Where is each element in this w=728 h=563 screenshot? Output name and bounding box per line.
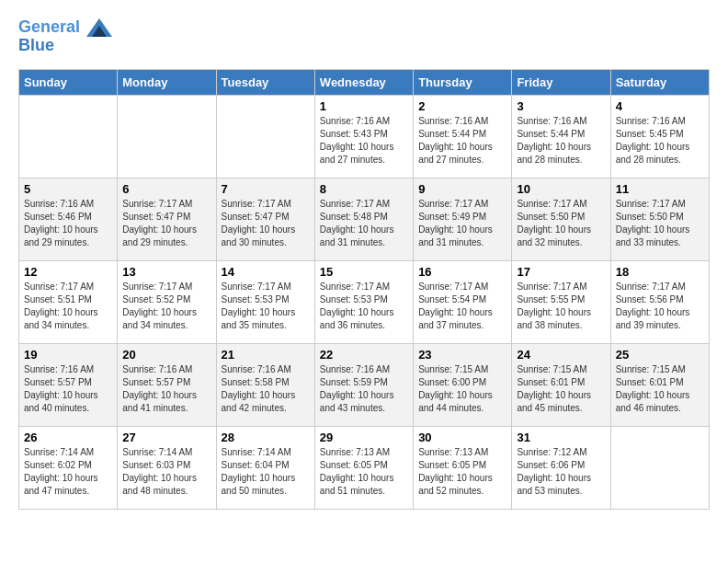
calendar-cell: 27Sunrise: 7:14 AM Sunset: 6:03 PM Dayli…	[118, 427, 216, 510]
day-header-sunday: Sunday	[19, 70, 118, 96]
day-info: Sunrise: 7:16 AM Sunset: 5:57 PM Dayligh…	[122, 363, 210, 415]
day-number: 8	[320, 182, 408, 196]
calendar-cell: 23Sunrise: 7:15 AM Sunset: 6:00 PM Dayli…	[414, 344, 512, 427]
day-info: Sunrise: 7:17 AM Sunset: 5:47 PM Dayligh…	[122, 198, 210, 249]
day-header-thursday: Thursday	[414, 70, 512, 96]
calendar-cell: 19Sunrise: 7:16 AM Sunset: 5:57 PM Dayli…	[19, 344, 118, 427]
calendar-cell: 26Sunrise: 7:14 AM Sunset: 6:02 PM Dayli…	[19, 427, 118, 510]
calendar-week-3: 12Sunrise: 7:17 AM Sunset: 5:51 PM Dayli…	[19, 261, 710, 344]
day-header-saturday: Saturday	[610, 70, 709, 96]
day-info: Sunrise: 7:15 AM Sunset: 6:01 PM Dayligh…	[616, 363, 704, 415]
day-info: Sunrise: 7:17 AM Sunset: 5:53 PM Dayligh…	[320, 281, 408, 332]
calendar-cell: 11Sunrise: 7:17 AM Sunset: 5:50 PM Dayli…	[610, 178, 709, 261]
day-number: 19	[24, 348, 112, 362]
calendar-cell	[118, 96, 216, 178]
calendar-cell: 8Sunrise: 7:17 AM Sunset: 5:48 PM Daylig…	[314, 178, 413, 261]
day-info: Sunrise: 7:17 AM Sunset: 5:47 PM Dayligh…	[222, 198, 310, 249]
day-number: 1	[320, 99, 408, 113]
day-info: Sunrise: 7:17 AM Sunset: 5:56 PM Dayligh…	[616, 281, 704, 332]
calendar-week-2: 5Sunrise: 7:16 AM Sunset: 5:46 PM Daylig…	[19, 178, 710, 261]
calendar-cell: 17Sunrise: 7:17 AM Sunset: 5:55 PM Dayli…	[512, 261, 610, 344]
logo: General Blue	[18, 18, 112, 55]
day-info: Sunrise: 7:13 AM Sunset: 6:05 PM Dayligh…	[320, 446, 408, 498]
day-info: Sunrise: 7:13 AM Sunset: 6:05 PM Dayligh…	[418, 446, 506, 498]
day-info: Sunrise: 7:16 AM Sunset: 5:59 PM Dayligh…	[320, 363, 408, 415]
calendar-cell: 3Sunrise: 7:16 AM Sunset: 5:44 PM Daylig…	[512, 96, 610, 178]
day-header-monday: Monday	[118, 70, 216, 96]
calendar-header-row: SundayMondayTuesdayWednesdayThursdayFrid…	[19, 70, 710, 96]
day-number: 10	[517, 182, 605, 196]
day-number: 17	[517, 265, 605, 279]
day-info: Sunrise: 7:16 AM Sunset: 5:45 PM Dayligh…	[616, 115, 704, 167]
calendar-cell: 13Sunrise: 7:17 AM Sunset: 5:52 PM Dayli…	[118, 261, 216, 344]
day-info: Sunrise: 7:15 AM Sunset: 6:01 PM Dayligh…	[517, 363, 605, 415]
day-number: 29	[320, 431, 408, 444]
day-header-friday: Friday	[512, 70, 610, 96]
calendar-cell: 16Sunrise: 7:17 AM Sunset: 5:54 PM Dayli…	[414, 261, 512, 344]
day-number: 5	[24, 182, 112, 196]
calendar-cell: 1Sunrise: 7:16 AM Sunset: 5:43 PM Daylig…	[314, 96, 413, 178]
day-number: 25	[616, 348, 704, 362]
calendar-cell	[19, 96, 118, 178]
logo-blue: Blue	[18, 37, 112, 55]
calendar-cell: 15Sunrise: 7:17 AM Sunset: 5:53 PM Dayli…	[314, 261, 413, 344]
calendar-cell: 14Sunrise: 7:17 AM Sunset: 5:53 PM Dayli…	[216, 261, 314, 344]
day-number: 31	[517, 431, 605, 444]
calendar-cell: 24Sunrise: 7:15 AM Sunset: 6:01 PM Dayli…	[512, 344, 610, 427]
day-info: Sunrise: 7:14 AM Sunset: 6:04 PM Dayligh…	[222, 446, 310, 498]
calendar-cell: 6Sunrise: 7:17 AM Sunset: 5:47 PM Daylig…	[118, 178, 216, 261]
day-number: 9	[418, 182, 506, 196]
day-info: Sunrise: 7:17 AM Sunset: 5:48 PM Dayligh…	[320, 198, 408, 249]
calendar-cell	[610, 427, 709, 510]
day-number: 6	[122, 182, 210, 196]
calendar-cell: 9Sunrise: 7:17 AM Sunset: 5:49 PM Daylig…	[414, 178, 512, 261]
calendar-cell: 21Sunrise: 7:16 AM Sunset: 5:58 PM Dayli…	[216, 344, 314, 427]
day-number: 13	[122, 265, 210, 279]
day-number: 27	[122, 431, 210, 444]
day-info: Sunrise: 7:17 AM Sunset: 5:50 PM Dayligh…	[517, 198, 605, 249]
day-number: 20	[122, 348, 210, 362]
day-info: Sunrise: 7:14 AM Sunset: 6:02 PM Dayligh…	[24, 446, 112, 498]
calendar-body: 1Sunrise: 7:16 AM Sunset: 5:43 PM Daylig…	[19, 96, 710, 510]
day-info: Sunrise: 7:17 AM Sunset: 5:55 PM Dayligh…	[517, 281, 605, 332]
day-number: 22	[320, 348, 408, 362]
day-info: Sunrise: 7:16 AM Sunset: 5:43 PM Dayligh…	[320, 115, 408, 167]
day-number: 7	[222, 182, 310, 196]
logo-icon	[86, 18, 112, 37]
day-number: 16	[418, 265, 506, 279]
day-number: 4	[616, 99, 704, 113]
calendar-cell: 18Sunrise: 7:17 AM Sunset: 5:56 PM Dayli…	[610, 261, 709, 344]
calendar-week-1: 1Sunrise: 7:16 AM Sunset: 5:43 PM Daylig…	[19, 96, 710, 178]
calendar-cell: 7Sunrise: 7:17 AM Sunset: 5:47 PM Daylig…	[216, 178, 314, 261]
calendar-cell: 10Sunrise: 7:17 AM Sunset: 5:50 PM Dayli…	[512, 178, 610, 261]
day-info: Sunrise: 7:12 AM Sunset: 6:06 PM Dayligh…	[517, 446, 605, 498]
day-number: 12	[24, 265, 112, 279]
day-number: 2	[418, 99, 506, 113]
calendar-week-5: 26Sunrise: 7:14 AM Sunset: 6:02 PM Dayli…	[19, 427, 710, 510]
day-number: 21	[222, 348, 310, 362]
day-info: Sunrise: 7:17 AM Sunset: 5:54 PM Dayligh…	[418, 281, 506, 332]
day-info: Sunrise: 7:17 AM Sunset: 5:51 PM Dayligh…	[24, 281, 112, 332]
day-number: 15	[320, 265, 408, 279]
calendar-cell: 29Sunrise: 7:13 AM Sunset: 6:05 PM Dayli…	[314, 427, 413, 510]
day-info: Sunrise: 7:16 AM Sunset: 5:58 PM Dayligh…	[222, 363, 310, 415]
day-info: Sunrise: 7:16 AM Sunset: 5:57 PM Dayligh…	[24, 363, 112, 415]
day-number: 24	[517, 348, 605, 362]
calendar-cell: 25Sunrise: 7:15 AM Sunset: 6:01 PM Dayli…	[610, 344, 709, 427]
day-info: Sunrise: 7:17 AM Sunset: 5:52 PM Dayligh…	[122, 281, 210, 332]
day-header-tuesday: Tuesday	[216, 70, 314, 96]
day-info: Sunrise: 7:14 AM Sunset: 6:03 PM Dayligh…	[122, 446, 210, 498]
day-number: 30	[418, 431, 506, 444]
day-info: Sunrise: 7:17 AM Sunset: 5:53 PM Dayligh…	[222, 281, 310, 332]
day-number: 14	[222, 265, 310, 279]
calendar-week-4: 19Sunrise: 7:16 AM Sunset: 5:57 PM Dayli…	[19, 344, 710, 427]
day-number: 26	[24, 431, 112, 444]
day-number: 3	[517, 99, 605, 113]
day-number: 23	[418, 348, 506, 362]
day-info: Sunrise: 7:16 AM Sunset: 5:46 PM Dayligh…	[24, 198, 112, 249]
calendar-cell: 31Sunrise: 7:12 AM Sunset: 6:06 PM Dayli…	[512, 427, 610, 510]
day-info: Sunrise: 7:17 AM Sunset: 5:49 PM Dayligh…	[418, 198, 506, 249]
calendar-cell: 30Sunrise: 7:13 AM Sunset: 6:05 PM Dayli…	[414, 427, 512, 510]
day-info: Sunrise: 7:16 AM Sunset: 5:44 PM Dayligh…	[418, 115, 506, 167]
calendar-table: SundayMondayTuesdayWednesdayThursdayFrid…	[18, 69, 710, 510]
